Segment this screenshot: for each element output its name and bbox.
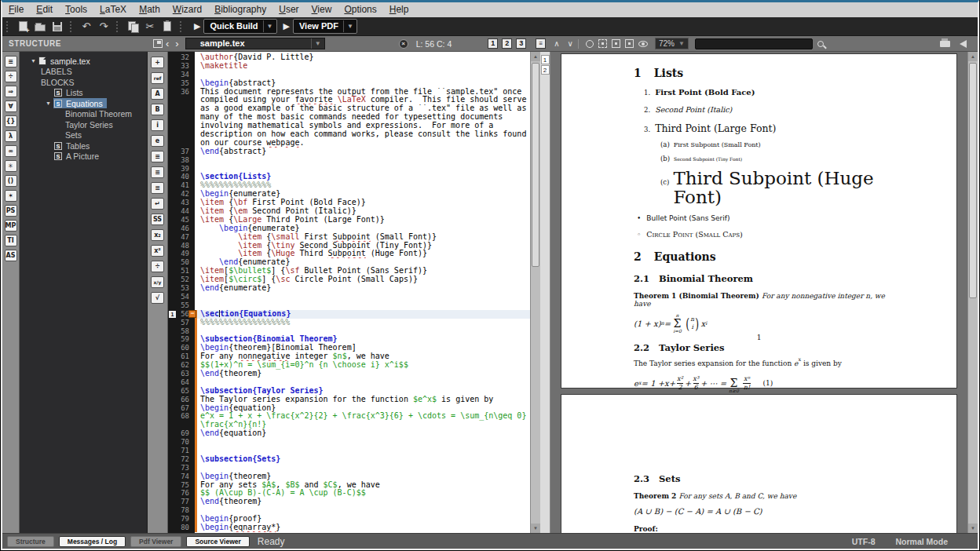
close-document-icon[interactable]: × (399, 39, 408, 49)
paste-icon[interactable] (160, 20, 174, 34)
block-view-button[interactable]: ≡ (536, 38, 546, 49)
open-file-icon[interactable] (33, 20, 47, 34)
menu-options[interactable]: Options (338, 2, 382, 17)
small-caps-icon[interactable]: SS (151, 213, 164, 225)
code-text[interactable]: For any sets $A$, $B$ and $C$, we have (195, 481, 530, 490)
pdf-scrollbar-down-icon[interactable]: ▼ (968, 524, 978, 533)
editor-scrollbar[interactable]: ▲ ▼ (530, 52, 540, 533)
code-text[interactable]: \subsection{Taylor Series} (195, 387, 530, 396)
undo-icon[interactable]: ↶ (79, 20, 93, 34)
fit-width-icon[interactable] (612, 39, 620, 48)
zoom-level-select[interactable]: 72% ▼ (655, 38, 689, 49)
menu-math[interactable]: Math (133, 2, 166, 17)
status-tab-pdf-viewer[interactable]: Pdf Viewer (130, 536, 181, 547)
search-icon[interactable] (817, 41, 824, 47)
insert-label-icon[interactable]: A (151, 88, 164, 100)
code-text[interactable]: \end{theorem} (195, 370, 530, 378)
editor-line[interactable]: \frac{x^n}{n!} (168, 421, 530, 429)
structure-item-tables[interactable]: STables (20, 140, 147, 151)
menu-user[interactable]: User (272, 2, 305, 17)
code-text[interactable]: \begin{eqnarray*} (195, 524, 530, 532)
status-tab-messages-log[interactable]: Messages / Log (59, 536, 126, 547)
menu-view[interactable]: View (305, 2, 338, 17)
toolbar-grip[interactable] (180, 21, 183, 32)
pdf-page-button-1[interactable]: 1 (488, 38, 498, 49)
original-size-icon[interactable] (586, 40, 594, 48)
expand-arrow-icon[interactable]: ▼ (31, 58, 36, 64)
view-pdf-dropdown-icon[interactable]: ▼ (343, 20, 357, 32)
code-text[interactable]: \begin{theorem}[Binomial Theorem] (195, 344, 530, 352)
code-text[interactable]: description on how each command works, p… (195, 130, 530, 139)
editor-line[interactable]: 77\end{theorem} (168, 498, 530, 506)
editor-line[interactable]: 34 (168, 71, 530, 79)
code-text[interactable]: as a good example of the basic structure… (195, 104, 530, 113)
italic-icon[interactable]: i (151, 119, 164, 131)
structure-item-taylor-series[interactable]: Taylor Series (20, 119, 147, 130)
editor-line[interactable]: 43\item {\bf First Point (Bold Face)} (168, 199, 530, 207)
toolbar-grip[interactable] (116, 21, 119, 32)
structure-item-sets[interactable]: Sets (20, 130, 147, 141)
code-text[interactable]: \begin{equation} (195, 404, 530, 413)
quick-build-dropdown-icon[interactable]: ▼ (263, 20, 276, 32)
menu-tools[interactable]: Tools (59, 2, 93, 17)
editor-line[interactable]: 65\subsection{Taylor Series} (168, 387, 530, 396)
structure-item-equations[interactable]: ▼SEquations (20, 98, 147, 109)
editor-line[interactable]: 55 (168, 301, 530, 310)
code-text[interactable]: involving mathematical symbols and expre… (195, 122, 530, 130)
editor-line[interactable]: 59\subsection{Binomial Theorem} (168, 335, 530, 344)
editor-line[interactable]: 80\begin{eqnarray*} (168, 524, 530, 532)
pdf-search-input[interactable] (695, 38, 813, 49)
code-text[interactable]: \subsection{Sets} (195, 455, 530, 464)
next-document-icon[interactable]: › (175, 37, 178, 51)
code-text[interactable]: compiled using your favorite \LaTeX comp… (195, 96, 530, 104)
line-break-icon[interactable]: ↵ (151, 198, 164, 210)
code-text[interactable]: \maketitle (195, 62, 530, 71)
structure-item-a-picture[interactable]: SA Picture (20, 151, 147, 162)
code-text[interactable]: \item {\bf First Point (Bold Face)} (195, 199, 530, 207)
open-file-selector[interactable]: sample.tex ▼ (185, 38, 325, 49)
editor-line[interactable]: 71 (168, 447, 530, 455)
code-text[interactable] (195, 447, 530, 455)
editor-line[interactable]: 74\begin{theorem} (168, 473, 530, 481)
structure-tab[interactable]: ≡ (5, 56, 17, 68)
code-text[interactable] (195, 438, 530, 447)
code-text[interactable]: \end{abstract} (195, 148, 530, 156)
run-quick-build-icon[interactable]: ▶ (194, 21, 200, 31)
code-text[interactable]: \end{enumerate} (195, 284, 530, 293)
bold-icon[interactable]: B (151, 104, 164, 115)
editor-line[interactable]: 73 (168, 464, 530, 473)
code-text[interactable]: $$ (A\cup B)-(C-A) = A \cup (B-C)$$ (195, 489, 530, 498)
delimiters-tab[interactable]: {} (5, 115, 17, 127)
code-text[interactable] (195, 464, 530, 473)
dfrac-icon[interactable]: x/y (151, 276, 164, 288)
editor-line[interactable]: 79\begin{proof} (168, 515, 530, 524)
code-text[interactable]: \begin{enumerate} (195, 190, 530, 199)
status-tab-structure[interactable]: Structure (7, 536, 54, 547)
code-text[interactable]: %%%%%%%%%%%%%%% (195, 181, 530, 190)
editor-line[interactable]: 57%%%%%%%%%%%%%%%%%%% (168, 319, 530, 327)
editor-line[interactable]: 38 (168, 156, 530, 165)
redo-icon[interactable]: ↷ (97, 20, 111, 34)
structure-item-sample-tex[interactable]: ▼sample.tex (20, 56, 147, 67)
editor-line[interactable]: 66The Taylor series expansion for the fu… (168, 396, 530, 404)
code-text[interactable]: \begin{abstract} (195, 79, 530, 88)
structure-item-labels[interactable]: LABELS (20, 67, 147, 78)
menu-help[interactable]: Help (383, 2, 415, 17)
code-text[interactable] (195, 327, 530, 336)
scroll-down-icon[interactable]: ∨ (568, 39, 573, 48)
editor-line[interactable]: 76$$ (A\cup B)-(C-A) = A \cup (B-C)$$ (168, 489, 530, 498)
code-text[interactable]: $$(1+x)^n = \sum_{i=0}^n {n \choose i} x… (195, 361, 530, 370)
code-text[interactable]: \item[$\bullet$] {\sf Bullet Point (Sans… (195, 267, 530, 276)
code-text[interactable]: \author{David P. Little} (195, 53, 530, 62)
file-selector-dropdown-icon[interactable]: ▼ (311, 38, 324, 49)
superscript-icon[interactable]: x² (151, 245, 164, 257)
asymptote-tab[interactable]: AS (5, 250, 17, 261)
code-text[interactable]: e^x = 1 + x + \frac{x^2}{2} + \frac{x^3}… (195, 412, 530, 421)
pdf-page-list-item-1[interactable]: 1 (541, 55, 550, 64)
editor-line[interactable]: on our course webpage. (168, 139, 530, 148)
status-tab-source-viewer[interactable]: Source Viewer (186, 536, 249, 547)
bookmark-icon[interactable]: 1 (169, 311, 176, 318)
pdf-page-button-2[interactable]: 2 (502, 38, 512, 49)
structure-item-binomial-theorem[interactable]: Binomial Theorem (20, 109, 147, 120)
most-used-tab[interactable]: ✳ (5, 160, 17, 172)
